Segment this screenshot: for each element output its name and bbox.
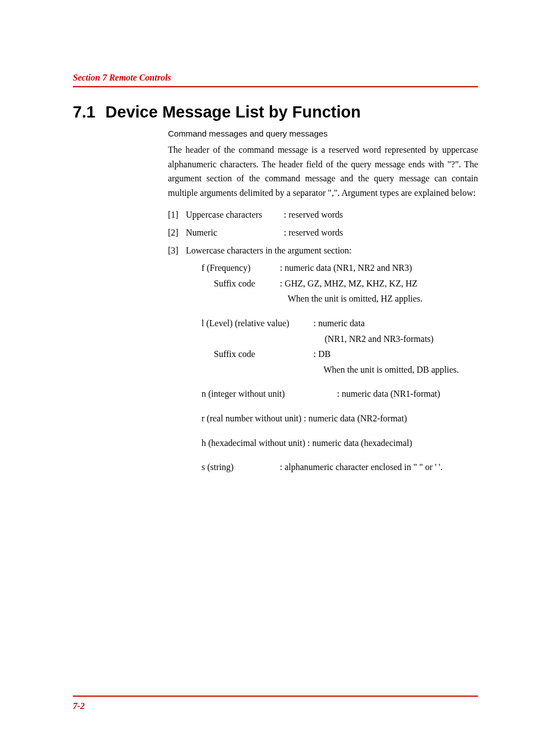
r-row: r (real number without unit) : numeric d… [168, 411, 478, 426]
page-footer: 7-2 [0, 696, 534, 711]
h-text: h (hexadecimal without unit) : numeric d… [202, 436, 478, 450]
intro-paragraph: The header of the command message is a r… [168, 143, 478, 200]
s-desc: : alphanumeric character enclosed in " "… [280, 460, 478, 475]
level-desc: : numeric data [313, 316, 478, 331]
level-row: l (Level) (relative value) : numeric dat… [168, 316, 478, 331]
freq-suffix-row: Suffix code : GHZ, GZ, MHZ, MZ, KHZ, KZ,… [168, 276, 478, 291]
level-suffix-row: Suffix code : DB [168, 347, 478, 361]
item-label: Uppercase characters [186, 208, 284, 222]
level-desc2-row: (NR1, NR2 and NR3-formats) [168, 332, 478, 346]
s-row: s (string) : alphanumeric character encl… [168, 460, 478, 475]
title-text: Device Message List by Function [105, 103, 360, 121]
argument-list: [1] Uppercase characters : reserved word… [168, 208, 478, 474]
freq-note-row: When the unit is omitted, HZ applies. [168, 292, 478, 306]
level-note: When the unit is omitted, DB applies. [324, 363, 478, 377]
freq-row: f (Frequency) : numeric data (NR1, NR2 a… [168, 261, 478, 275]
level-label: l (Level) (relative value) [202, 316, 313, 331]
level-suffix-label: Suffix code [214, 347, 313, 361]
page-title: 7.1 Device Message List by Function [73, 103, 478, 121]
subheading: Command messages and query messages [168, 127, 478, 140]
item-number: [1] [168, 208, 186, 222]
list-item: [3] Lowercase characters in the argument… [168, 243, 478, 258]
footer-rule [73, 696, 478, 697]
content-body: Command messages and query messages The … [168, 127, 478, 475]
level-note-row: When the unit is omitted, DB applies. [168, 363, 478, 377]
n-row: n (integer without unit) : numeric data … [168, 387, 478, 401]
item-number: [2] [168, 226, 186, 240]
freq-desc: : numeric data (NR1, NR2 and NR3) [280, 261, 478, 275]
n-label: n (integer without unit) [202, 387, 337, 401]
header-rule [73, 86, 478, 87]
freq-suffix-desc: : GHZ, GZ, MHZ, MZ, KHZ, KZ, HZ [280, 276, 478, 291]
n-desc: : numeric data (NR1-format) [337, 387, 478, 401]
freq-label: f (Frequency) [202, 261, 280, 275]
page-number: 7-2 [73, 701, 478, 711]
freq-suffix-label: Suffix code [202, 276, 280, 291]
item-number: [3] [168, 243, 186, 258]
list-item: [1] Uppercase characters : reserved word… [168, 208, 478, 222]
level-desc2: (NR1, NR2 and NR3-formats) [325, 332, 478, 346]
h-row: h (hexadecimal without unit) : numeric d… [168, 436, 478, 450]
freq-note: When the unit is omitted, HZ applies. [280, 292, 478, 306]
title-number: 7.1 [73, 103, 95, 121]
item-label: Lowercase characters in the argument sec… [186, 243, 352, 258]
level-suffix-desc: : DB [313, 347, 478, 361]
s-label: s (string) [202, 460, 280, 475]
r-text: r (real number without unit) : numeric d… [202, 411, 478, 426]
section-header: Section 7 Remote Controls [73, 73, 478, 83]
item-desc: : reserved words [284, 208, 478, 222]
item-label: Numeric [186, 226, 284, 240]
item-desc: : reserved words [284, 226, 478, 240]
list-item: [2] Numeric : reserved words [168, 226, 478, 240]
